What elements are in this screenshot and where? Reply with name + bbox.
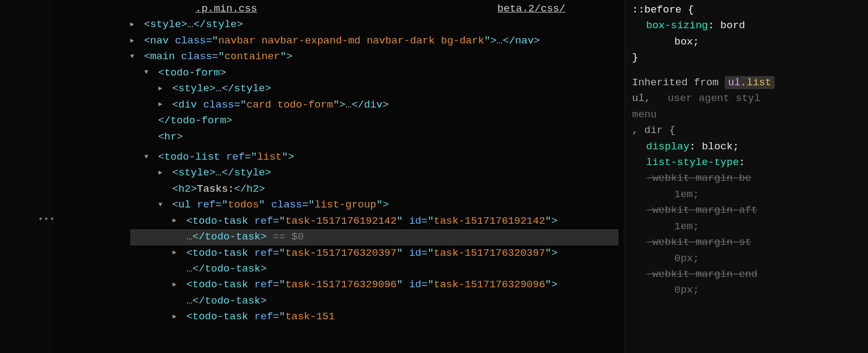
styles-panel[interactable]: ::before { box-sizing: bord box; } Inher… bbox=[624, 0, 868, 353]
style-rule-close: } bbox=[632, 50, 863, 66]
elements-dom-tree[interactable]: .p.min.css beta.2/css/ ▶ <style>…</style… bbox=[54, 0, 624, 353]
dom-node-style[interactable]: ▶ <style>…</style> bbox=[130, 165, 618, 181]
style-rule-selector[interactable]: ::before { bbox=[632, 2, 863, 18]
style-value-overridden: 1em; bbox=[632, 187, 863, 203]
dom-node-todo-task-close[interactable]: …</todo-task> bbox=[130, 293, 618, 309]
dom-node-todo-task[interactable]: ▶ <todo-task ref="task-1517176192142" id… bbox=[130, 213, 618, 229]
dom-node-hr[interactable]: <hr> bbox=[130, 129, 618, 145]
dom-node-nav[interactable]: ▶ <nav class="navbar navbar-expand-md na… bbox=[130, 33, 618, 49]
style-value-overridden: 0px; bbox=[632, 282, 863, 298]
style-property-overridden[interactable]: -webkit-margin-be bbox=[632, 171, 863, 186]
expand-toggle-icon[interactable]: ▶ bbox=[173, 312, 180, 322]
collapse-toggle-icon[interactable]: ▼ bbox=[144, 152, 152, 162]
style-value-overridden: 0px; bbox=[632, 251, 863, 267]
expand-toggle-icon[interactable]: ▶ bbox=[173, 216, 180, 226]
style-property-cont: box; bbox=[632, 34, 863, 50]
dom-node-style[interactable]: ▶ <style>…</style> bbox=[130, 17, 618, 33]
style-value-overridden: 1em; bbox=[632, 219, 863, 235]
style-property-overridden[interactable]: -webkit-margin-end bbox=[632, 267, 863, 282]
dom-node-style[interactable]: ▶ <style>…</style> bbox=[130, 81, 618, 97]
dom-node-todo-task[interactable]: ▶ <todo-task ref="task-1517176329096" id… bbox=[130, 277, 618, 293]
style-property[interactable]: list-style-type: bbox=[632, 155, 863, 171]
ua-selector-cont: menu bbox=[632, 107, 863, 123]
dom-node-todo-form[interactable]: ▼ <todo-form> bbox=[130, 65, 618, 81]
expand-toggle-icon[interactable]: ▶ bbox=[173, 248, 180, 258]
dom-node-ul[interactable]: ▼ <ul ref="todos" class="list-group"> bbox=[130, 197, 618, 213]
collapse-toggle-icon[interactable]: ▼ bbox=[144, 67, 152, 78]
dom-node-todo-form-close[interactable]: </todo-form> bbox=[130, 113, 618, 129]
expand-toggle-icon[interactable]: ▶ bbox=[158, 84, 166, 94]
expand-toggle-icon[interactable]: ▶ bbox=[130, 20, 138, 30]
style-property[interactable]: box-sizing: bord bbox=[632, 18, 863, 34]
top-path-row: .p.min.css beta.2/css/ bbox=[195, 1, 618, 17]
dom-node-h2[interactable]: <h2>Tasks:</h2> bbox=[130, 181, 618, 197]
dom-node-div-card[interactable]: ▶ <div class="card todo-form">…</div> bbox=[130, 97, 618, 113]
expand-toggle-icon[interactable]: ▶ bbox=[158, 168, 166, 178]
style-property[interactable]: display: block; bbox=[632, 139, 863, 155]
style-property-overridden[interactable]: -webkit-margin-st bbox=[632, 235, 863, 250]
style-property-overridden[interactable]: -webkit-margin-aft bbox=[632, 203, 863, 218]
collapse-toggle-icon[interactable]: ▼ bbox=[130, 52, 138, 62]
gutter-overflow-icon: ••• bbox=[38, 215, 55, 224]
expand-toggle-icon[interactable]: ▶ bbox=[158, 99, 166, 110]
dom-node-todo-task-close[interactable]: …</todo-task> bbox=[130, 261, 618, 277]
dom-node-main[interactable]: ▼ <main class="container"> bbox=[130, 49, 618, 65]
ua-selector-cont: , dir { bbox=[632, 123, 863, 138]
inherited-from-label: Inherited from ul.list bbox=[632, 75, 863, 91]
ua-stylesheet-selector[interactable]: ul, user agent styl bbox=[632, 91, 863, 106]
dom-selected-node[interactable]: …</todo-task> == $0 bbox=[130, 229, 618, 245]
expand-toggle-icon[interactable]: ▶ bbox=[173, 280, 180, 290]
dom-node-todo-task[interactable]: ▶ <todo-task ref="task-151 bbox=[130, 309, 618, 325]
dom-node-todo-list[interactable]: ▼ <todo-list ref="list"> bbox=[130, 149, 618, 165]
collapse-toggle-icon[interactable]: ▼ bbox=[158, 200, 166, 210]
expand-toggle-icon[interactable]: ▶ bbox=[130, 36, 138, 46]
dom-node-todo-task[interactable]: ▶ <todo-task ref="task-1517176320397" id… bbox=[130, 245, 618, 261]
line-gutter: ••• bbox=[0, 0, 54, 353]
